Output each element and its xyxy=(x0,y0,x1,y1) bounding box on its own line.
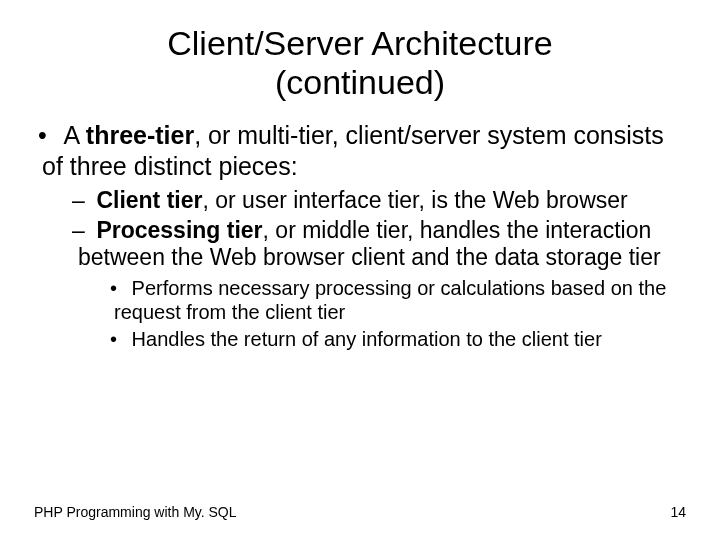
sub-item-bold: Processing tier xyxy=(96,217,262,243)
list-item: Handles the return of any information to… xyxy=(114,327,686,351)
page-number: 14 xyxy=(670,504,686,520)
slide-footer: PHP Programming with My. SQL 14 xyxy=(34,504,686,520)
bullet-list-level-1: A three-tier, or multi-tier, client/serv… xyxy=(42,120,686,351)
list-item: A three-tier, or multi-tier, client/serv… xyxy=(42,120,686,351)
bullet-text-bold: three-tier xyxy=(86,121,194,149)
sub-item-bold: Client tier xyxy=(96,187,202,213)
title-line-2: (continued) xyxy=(275,63,445,101)
slide: Client/Server Architecture (continued) A… xyxy=(0,0,720,540)
list-item: Processing tier, or middle tier, handles… xyxy=(78,217,686,351)
bullet-list-level-3: Performs necessary processing or calcula… xyxy=(114,276,686,351)
title-line-1: Client/Server Architecture xyxy=(167,24,553,62)
slide-title: Client/Server Architecture (continued) xyxy=(34,24,686,102)
list-item: Performs necessary processing or calcula… xyxy=(114,276,686,325)
sub2-text: Performs necessary processing or calcula… xyxy=(114,277,666,323)
sub-item-text: , or user interface tier, is the Web bro… xyxy=(202,187,627,213)
bullet-list-level-2: Client tier, or user interface tier, is … xyxy=(78,187,686,351)
bullet-text-pre: A xyxy=(64,121,86,149)
footer-left-text: PHP Programming with My. SQL xyxy=(34,504,237,520)
list-item: Client tier, or user interface tier, is … xyxy=(78,187,686,215)
sub2-text: Handles the return of any information to… xyxy=(132,328,602,350)
